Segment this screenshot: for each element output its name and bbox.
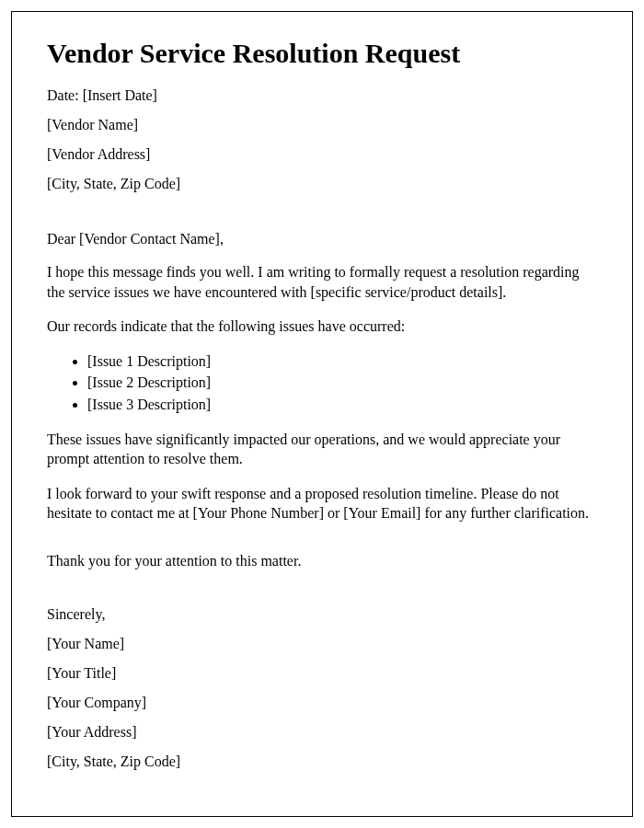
vendor-address-line: [Vendor Address] xyxy=(47,146,597,163)
impact-paragraph: These issues have significantly impacted… xyxy=(47,430,597,469)
list-item: [Issue 3 Description] xyxy=(87,395,597,415)
date-line: Date: [Insert Date] xyxy=(47,87,597,104)
body-text: I hope this message finds you well. I am… xyxy=(47,262,597,523)
thanks-line: Thank you for your attention to this mat… xyxy=(47,553,597,569)
records-lead: Our records indicate that the following … xyxy=(47,316,597,337)
signer-address: [Your Address] xyxy=(47,724,597,741)
vendor-csz-line: [City, State, Zip Code] xyxy=(47,176,597,192)
signer-title: [Your Title] xyxy=(47,665,597,682)
signature-block: Sincerely, [Your Name] [Your Title] [You… xyxy=(47,606,597,770)
salutation: Dear [Vendor Contact Name], xyxy=(47,231,597,247)
document-page: Vendor Service Resolution Request Date: … xyxy=(11,11,633,817)
header-block: Date: [Insert Date] [Vendor Name] [Vendo… xyxy=(47,87,597,192)
list-item: [Issue 2 Description] xyxy=(87,373,597,393)
vendor-name-line: [Vendor Name] xyxy=(47,117,597,133)
signer-name: [Your Name] xyxy=(47,636,597,652)
signer-company: [Your Company] xyxy=(47,695,597,711)
signer-csz: [City, State, Zip Code] xyxy=(47,753,597,770)
document-title: Vendor Service Resolution Request xyxy=(47,38,597,69)
intro-paragraph: I hope this message finds you well. I am… xyxy=(47,262,597,302)
issues-list: [Issue 1 Description] [Issue 2 Descripti… xyxy=(87,351,597,415)
list-item: [Issue 1 Description] xyxy=(87,351,597,372)
sincerely-line: Sincerely, xyxy=(47,606,597,623)
closing-paragraph: I look forward to your swift response an… xyxy=(47,484,597,523)
